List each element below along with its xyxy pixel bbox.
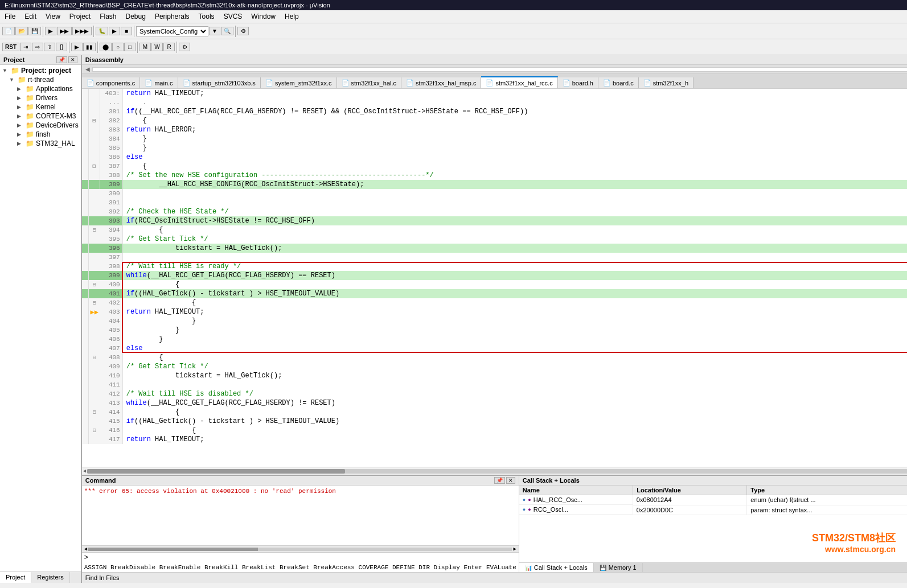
run2-btn[interactable]: ▶: [71, 43, 83, 51]
regs-btn[interactable]: R: [163, 43, 175, 51]
project-tree: ▼ 📁 Project: project ▼ 📁 rt-thread ▶ 📁 A…: [0, 65, 81, 571]
code-line-401: 401 if((HAL_GetTick() - tickstart ) > HS…: [82, 289, 907, 298]
cs-row-1[interactable]: ● ● RCC_Oscl... 0x20000D0C param: struct…: [519, 505, 907, 515]
menu-help[interactable]: Help: [280, 11, 303, 22]
menu-window[interactable]: Window: [247, 11, 280, 22]
rst-btn[interactable]: RST: [2, 43, 19, 51]
code-line-403b: ▶▶ 403 return HAL_TIMEOUT;: [82, 307, 907, 316]
tab-system[interactable]: 📄 system_stm32f1xx.c: [261, 77, 337, 88]
project-pin-btn[interactable]: 📌: [56, 56, 67, 63]
save-btn[interactable]: 💾: [28, 27, 41, 35]
tree-item-applications[interactable]: ▶ 📁 Applications: [1, 84, 80, 93]
menu-debug[interactable]: Debug: [121, 11, 150, 22]
fn-icon-0: ●: [523, 497, 526, 503]
tree-kernel-label: Kernel: [36, 103, 56, 111]
code-line-391: 391: [82, 198, 907, 207]
debug-btn[interactable]: 🐛: [96, 27, 108, 35]
tab-board-h[interactable]: 📄 board.h: [558, 77, 598, 88]
menu-tools[interactable]: Tools: [194, 11, 219, 22]
step-into-btn[interactable]: {}: [56, 43, 67, 51]
build-btn[interactable]: ▶: [45, 27, 56, 35]
col-location: Location/Value: [633, 486, 747, 495]
cs-tab-callstack[interactable]: 📊 Call Stack + Locals: [519, 563, 594, 572]
toolbar1: 📄 📂 💾 ▶ ▶▶ ▶▶▶ 🐛 ▶ ■ SystemClock_Config …: [0, 23, 907, 39]
command-panel: Command 📌 ✕ *** error 65: access violati…: [82, 476, 519, 572]
pause-btn[interactable]: ▮▮: [83, 43, 96, 51]
tab-registers[interactable]: Registers: [31, 572, 69, 583]
cs-row-0[interactable]: ● ● HAL_RCC_Osc... 0x080012A4 enum (ucha…: [519, 495, 907, 505]
bottom-panel: Command 📌 ✕ *** error 65: access violati…: [82, 475, 907, 583]
menu-flash[interactable]: Flash: [95, 11, 121, 22]
expand-cortexm3-icon: ▶: [17, 113, 24, 119]
code-line-392: 392 /* Check the HSE State */: [82, 207, 907, 216]
code-line-384: 384 }: [82, 134, 907, 143]
function-select[interactable]: SystemClock_Config: [136, 26, 208, 36]
step-over-btn[interactable]: ⇨: [32, 43, 43, 51]
rebuild-btn[interactable]: ▶▶: [57, 27, 72, 35]
window-btn[interactable]: □: [124, 43, 136, 51]
cs-tab-memory[interactable]: 💾 Memory 1: [594, 563, 643, 572]
sep4: [235, 26, 236, 37]
tree-item-root[interactable]: ▼ 📁 Project: project: [1, 66, 80, 75]
tab-hal[interactable]: 📄 stm32f1xx_hal.c: [337, 77, 401, 88]
tree-rtthread-label: rt-thread: [28, 76, 54, 84]
command-close-btn[interactable]: ✕: [506, 477, 515, 484]
code-line-398: 398 /* Wait till HSE is ready */: [82, 262, 907, 271]
run-btn[interactable]: ▶: [109, 27, 120, 35]
cs-bottom-tabs: 📊 Call Stack + Locals 💾 Memory 1: [519, 562, 907, 572]
menu-file[interactable]: File: [0, 11, 20, 22]
cs-type-1: param: struct syntax...: [747, 505, 907, 515]
open-btn[interactable]: 📂: [15, 27, 28, 35]
tree-item-devicedrivers[interactable]: ▶ 📁 DeviceDrivers: [1, 121, 80, 130]
watch-btn[interactable]: W: [151, 43, 163, 51]
command-output: *** error 65: access violation at 0x4002…: [82, 486, 519, 545]
editor-hscroll[interactable]: ◀ ▶: [82, 467, 907, 475]
tab-project[interactable]: Project: [0, 572, 31, 583]
menu-project[interactable]: Project: [65, 11, 95, 22]
command-pin-btn[interactable]: 📌: [494, 477, 505, 484]
code-editor[interactable]: 403: return HAL_TIMEOUT; ... . 381 if((_…: [82, 89, 907, 467]
tree-item-drivers[interactable]: ▶ 📁 Drivers: [1, 93, 80, 102]
inspect-btn[interactable]: 🔍: [221, 27, 233, 35]
tab-main-c[interactable]: 📄 main.c: [140, 77, 178, 88]
tab-startup[interactable]: 📄 startup_stm32f103xb.s: [178, 77, 261, 88]
tab-components-c[interactable]: 📄 components.c: [82, 77, 140, 88]
menu-view[interactable]: View: [41, 11, 65, 22]
menu-svcs[interactable]: SVCS: [219, 11, 247, 22]
code-line-407: 407 else: [82, 344, 907, 353]
func-go-btn[interactable]: ▼: [209, 27, 220, 35]
stop-btn[interactable]: ■: [121, 27, 132, 35]
extra-btn[interactable]: ⚙: [179, 43, 190, 51]
cs-tab-label: Call Stack + Locals: [534, 564, 588, 571]
batch-btn[interactable]: ▶▶▶: [72, 27, 92, 35]
new-btn[interactable]: 📄: [2, 27, 15, 35]
code-line-411: 411: [82, 380, 907, 389]
tab-hal-msp[interactable]: 📄 stm32f1xx_hal_msp.c: [401, 77, 481, 88]
bp-clear-btn[interactable]: ○: [112, 43, 124, 51]
tab-stm32-h[interactable]: 📄 stm32f1xx_h: [639, 77, 693, 88]
project-close-btn[interactable]: ✕: [68, 56, 77, 63]
indicator-col: [89, 89, 100, 98]
step-btn[interactable]: ⇥: [20, 43, 31, 51]
menu-bar: File Edit View Project Flash Debug Perip…: [0, 10, 907, 23]
tree-item-rtthread[interactable]: ▼ 📁 rt-thread: [1, 75, 80, 84]
bp-toggle-btn[interactable]: ⬤: [100, 43, 112, 51]
tree-finsh-label: finsh: [36, 130, 50, 138]
editor-area: Disassembly 📌 ◀ ▶ 📄 components.c 📄: [82, 55, 907, 583]
tab-board-c[interactable]: 📄 board.c: [598, 77, 639, 88]
menu-edit[interactable]: Edit: [20, 11, 41, 22]
step-out-btn[interactable]: ⇧: [44, 43, 55, 51]
tree-item-finsh[interactable]: ▶ 📁 finsh: [1, 130, 80, 139]
tree-item-stm32hal[interactable]: ▶ 📁 STM32_HAL: [1, 139, 80, 148]
col-name: Name: [519, 486, 633, 495]
mem-btn[interactable]: M: [139, 43, 151, 51]
tab-hal-rcc[interactable]: 📄 stm32f1xx_hal_rcc.c: [481, 76, 557, 88]
tree-stm32hal-label: STM32_HAL: [36, 139, 75, 147]
cmd-hscroll[interactable]: ◀ ▶: [82, 545, 519, 552]
menu-peripherals[interactable]: Peripherals: [150, 11, 194, 22]
tree-item-kernel[interactable]: ▶ 📁 Kernel: [1, 102, 80, 112]
expand-finsh-icon: ▶: [17, 131, 24, 137]
tree-item-cortexm3[interactable]: ▶ 📁 CORTEX-M3: [1, 112, 80, 121]
expand-stm32hal-icon: ▶: [17, 141, 24, 146]
settings-btn[interactable]: ⚙: [237, 27, 249, 35]
